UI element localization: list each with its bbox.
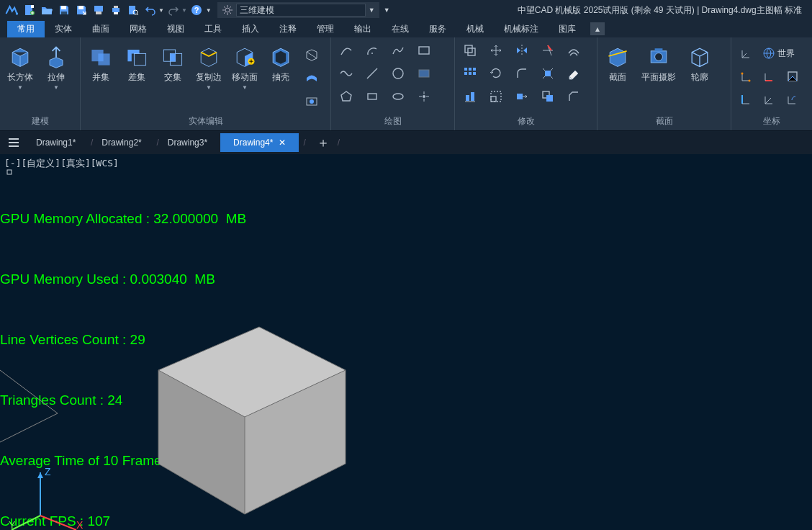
ribbon-collapse-icon[interactable]: ▴ [590,22,605,35]
ucs-prev-icon[interactable] [782,89,803,109]
qat-more-dropdown[interactable]: ▼ [384,6,390,14]
svg-rect-2 [31,5,34,8]
thicken-icon[interactable] [301,68,322,88]
wave-icon[interactable] [335,63,357,84]
qat-save-icon[interactable] [56,2,72,18]
undo-dropdown[interactable]: ▼ [158,7,164,14]
doclist-menu-icon[interactable] [4,133,23,152]
move-icon[interactable] [485,40,507,60]
world-button[interactable]: 世界 [759,43,798,63]
tab-mech[interactable]: 机械 [456,21,494,37]
tab-online[interactable]: 在线 [382,21,419,37]
ucs-z-icon[interactable] [736,89,757,109]
copy-icon[interactable] [537,86,559,107]
stretch-icon[interactable] [511,86,533,107]
slice-icon[interactable] [301,45,322,65]
svg-rect-43 [471,92,474,101]
tab-tools[interactable]: 工具 [194,21,232,37]
tab-library[interactable]: 图库 [549,21,586,37]
rect-icon[interactable] [413,40,435,60]
doctab-4[interactable]: Drawing4* ✕ [220,133,299,152]
point-icon[interactable] [413,86,435,107]
union-label: 并集 [92,71,109,84]
qat-help-icon[interactable]: ? [189,2,204,18]
offset-icon[interactable] [459,40,481,60]
copyedge-button[interactable]: 复制边 ▼ [193,40,225,91]
arc-icon[interactable] [361,40,383,60]
line-icon[interactable] [361,63,383,84]
qat-plot-icon[interactable] [91,2,107,18]
shell-button[interactable]: 抽壳 [265,40,297,84]
tab-annotate[interactable]: 注释 [269,21,307,37]
tab-solid[interactable]: 实体 [45,21,82,37]
ucs-obj-icon[interactable] [759,89,780,109]
outline-button[interactable]: 轮廓 [684,40,716,84]
align-icon[interactable] [459,86,481,107]
erase-icon[interactable] [563,63,585,84]
qat-preview-icon[interactable] [125,2,141,18]
explode-icon[interactable] [537,63,559,84]
redo-dropdown[interactable]: ▼ [181,7,187,14]
viewport[interactable]: [-][自定义][真实][WCS] GPU Memory Allocated :… [0,154,812,530]
ellipse-icon[interactable] [387,86,409,107]
workspace-selector[interactable]: ▼ [217,2,379,18]
ucs-3p-icon[interactable] [736,66,757,86]
pentagon-icon[interactable] [335,86,357,107]
help-dropdown[interactable]: ▼ [206,7,212,14]
tab-view[interactable]: 视图 [157,21,194,37]
tab-manage[interactable]: 管理 [307,21,344,37]
arc3p-icon[interactable] [335,40,357,60]
moveface-button[interactable]: 移动面 ▼ [229,40,261,91]
rect2-icon[interactable] [361,86,383,107]
qat-print-icon[interactable] [108,2,124,18]
chamfer-icon[interactable] [563,86,585,107]
trim-icon[interactable] [537,40,559,60]
region-icon[interactable] [413,63,435,84]
panel-coord-label: 坐标 [731,114,812,130]
svg-rect-6 [78,6,84,9]
doctab-1[interactable]: Drawing1*/ [23,133,89,152]
offset2-icon[interactable] [563,40,585,60]
tab-mesh[interactable]: 网格 [119,21,157,37]
shell-label: 抽壳 [272,71,289,84]
close-tab-icon[interactable]: ✕ [279,138,286,148]
qat-new-icon[interactable] [22,2,37,18]
subtract-button[interactable]: 差集 [121,40,153,84]
mirror-icon[interactable] [511,40,533,60]
scale-icon[interactable] [485,86,507,107]
doctab-2[interactable]: Drawing2*/ [89,133,154,152]
circle-icon[interactable] [387,63,409,84]
tab-service[interactable]: 服务 [419,21,456,37]
tab-common[interactable]: 常用 [7,21,45,37]
ribbon-tabs: 常用 实体 曲面 网格 视图 工具 插入 注释 管理 输出 在线 服务 机械 机… [0,20,812,37]
tab-insert[interactable]: 插入 [232,21,269,37]
doctab-3[interactable]: Drawing3*/ [155,133,220,152]
fillet-icon[interactable] [511,63,533,84]
ucs-view-icon[interactable] [782,66,803,86]
solid-box-model[interactable] [58,284,360,529]
union-button[interactable]: 并集 [85,40,117,84]
svg-point-26 [371,53,373,54]
box-button[interactable]: 长方体 ▼ [4,40,36,91]
section-button[interactable]: 截面 [602,40,633,84]
tab-surface[interactable]: 曲面 [82,21,119,37]
qat-redo-icon[interactable] [166,2,181,18]
tab-mechdim[interactable]: 机械标注 [494,21,549,37]
tab-output[interactable]: 输出 [344,21,382,37]
rotate-icon[interactable] [485,63,507,84]
ucs-x-icon[interactable] [759,66,780,86]
spline-icon[interactable] [387,40,409,60]
intersect-button[interactable]: 交集 [157,40,189,84]
imprint-icon[interactable] [301,91,322,111]
extrude-button[interactable]: 拉伸 ▼ [40,40,72,91]
panel-coord: 世界 坐标 [731,37,812,130]
flatshot-button[interactable]: 平面摄影 [638,40,680,84]
ucs-icon[interactable] [736,43,757,63]
qat-open-icon[interactable] [39,2,55,18]
workspace-input[interactable] [236,4,366,17]
qat-saveas-icon[interactable] [73,2,89,18]
qat-undo-icon[interactable] [143,2,158,18]
svg-rect-38 [464,72,467,75]
array-icon[interactable] [459,63,481,84]
new-tab-button[interactable]: ＋ [313,132,333,153]
